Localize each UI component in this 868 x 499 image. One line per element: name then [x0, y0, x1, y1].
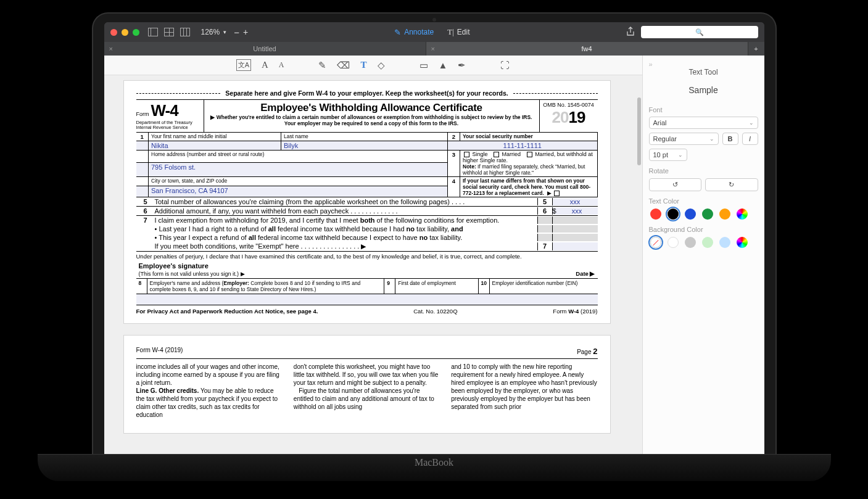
signature-tool-icon[interactable]: ✒ — [458, 60, 466, 71]
align-tool-icon[interactable]: ⛶ — [500, 60, 510, 70]
titlebar: 126% ▾ − + ✎ Annotate T| Edit — [104, 22, 764, 42]
first-name-field[interactable]: Nikita — [149, 141, 281, 150]
window-controls — [110, 29, 139, 36]
form-year: 2019 — [542, 108, 595, 127]
perjury-text: Under penalties of perjury, I declare th… — [136, 252, 598, 261]
married-high-checkbox[interactable] — [527, 152, 532, 157]
font-size-dropdown[interactable]: 10 pt⌄ — [649, 149, 687, 161]
separator-text: Separate here and give Form W-4 to your … — [225, 89, 508, 97]
text-color-blue[interactable] — [685, 208, 696, 220]
panel-title: Text Tool — [649, 68, 758, 76]
app-window: 126% ▾ − + ✎ Annotate T| Edit — [104, 22, 764, 454]
zoom-value: 126% — [201, 28, 220, 36]
close-tab-icon[interactable]: × — [431, 45, 435, 52]
text-color-swatches — [649, 208, 758, 220]
ssn-field[interactable]: 111-11-1111 — [448, 141, 598, 150]
sample-preview: Sample — [649, 85, 758, 95]
text-color-black[interactable] — [668, 208, 679, 220]
line7-value[interactable] — [552, 242, 598, 250]
bg-color-white[interactable] — [668, 237, 679, 248]
bold-button[interactable]: B — [722, 133, 738, 145]
ocr-tool-icon[interactable]: 文A — [236, 59, 251, 71]
font-bigger-icon[interactable]: A — [262, 60, 268, 70]
layout-sidebar-icon[interactable] — [148, 28, 158, 36]
tab-bar: × Untitled × fw4 + — [104, 42, 764, 56]
inspector-panel: » Text Tool Sample Font Arial⌄ Regular⌄ … — [642, 56, 764, 454]
annotate-mode-button[interactable]: ✎ Annotate — [394, 27, 434, 37]
married-checkbox[interactable] — [494, 152, 499, 157]
edit-mode-button[interactable]: T| Edit — [447, 27, 469, 37]
font-smaller-icon[interactable]: A — [279, 60, 284, 70]
bg-color-none[interactable] — [650, 237, 661, 248]
zoom-out-button[interactable]: − — [234, 27, 239, 38]
minimize-window-button[interactable] — [122, 29, 128, 36]
camera-dot — [432, 18, 436, 22]
scrollbar[interactable] — [637, 97, 641, 165]
text-tool-icon[interactable]: T — [360, 60, 366, 70]
single-checkbox[interactable] — [464, 152, 469, 157]
close-tab-icon[interactable]: × — [109, 45, 113, 52]
pdf-page-2: Form W-4 (2019) Page 2 income includes a… — [123, 335, 611, 434]
line6-value[interactable]: $xxx — [552, 207, 598, 215]
form-title: Employee's Withholding Allowance Certifi… — [208, 102, 535, 114]
macbook-label: MacBook — [415, 457, 453, 468]
tab-fw4[interactable]: × fw4 — [426, 42, 748, 56]
text-color-orange[interactable] — [719, 208, 730, 220]
bg-color-gray[interactable] — [685, 237, 696, 248]
add-tab-button[interactable]: + — [748, 42, 764, 56]
text-color-green[interactable] — [702, 208, 713, 220]
text-cursor-icon: T| — [447, 27, 454, 37]
search-icon: 🔍 — [695, 28, 704, 36]
stamp-tool-icon[interactable]: ▲ — [439, 60, 448, 70]
rotate-ccw-button[interactable]: ↺ — [649, 178, 702, 191]
form-code: W-4 — [151, 101, 178, 120]
shape-tool-icon[interactable]: ◇ — [378, 60, 385, 71]
document-viewport[interactable]: Separate here and give Form W-4 to your … — [104, 75, 642, 454]
eraser-tool-icon[interactable]: ⌫ — [337, 60, 350, 71]
mode-switcher: ✎ Annotate T| Edit — [394, 27, 469, 37]
chevron-down-icon: ⌄ — [749, 120, 754, 126]
omb-number: OMB No. 1545-0074 — [542, 102, 595, 108]
zoom-control[interactable]: 126% ▾ − + — [201, 27, 249, 38]
close-window-button[interactable] — [110, 29, 117, 36]
layout-switcher — [148, 28, 190, 36]
line5-value[interactable]: xxx — [552, 198, 598, 205]
form-subtitle: ▶ Whether you're entitled to claim a cer… — [208, 114, 535, 126]
name-differs-checkbox[interactable] — [554, 191, 560, 196]
bg-color-blue[interactable] — [719, 237, 730, 248]
pencil-icon: ✎ — [394, 28, 401, 37]
tab-untitled[interactable]: × Untitled — [104, 42, 426, 56]
bg-color-picker[interactable] — [737, 237, 748, 248]
font-family-dropdown[interactable]: Arial⌄ — [649, 117, 758, 129]
share-button[interactable] — [626, 27, 635, 38]
pdf-page-1: Separate here and give Form W-4 to your … — [123, 80, 611, 324]
chevron-down-icon: ▾ — [223, 29, 226, 35]
city-field[interactable]: San Francisco, CA 94107 — [149, 186, 448, 197]
last-name-field[interactable]: Bilyk — [281, 141, 448, 150]
italic-button[interactable]: I — [742, 133, 758, 145]
zoom-in-button[interactable]: + — [243, 27, 248, 37]
collapse-panel-icon[interactable]: » — [649, 60, 653, 68]
note-tool-icon[interactable]: ▭ — [420, 60, 428, 71]
text-color-red[interactable] — [650, 208, 661, 220]
fullscreen-window-button[interactable] — [133, 29, 139, 36]
bg-color-green[interactable] — [702, 237, 713, 248]
text-color-picker[interactable] — [737, 208, 748, 220]
font-style-dropdown[interactable]: Regular⌄ — [649, 133, 719, 145]
laptop-base: MacBook — [38, 454, 831, 481]
rotate-cw-button[interactable]: ↻ — [705, 178, 758, 191]
employer-fields[interactable] — [136, 294, 598, 305]
bg-color-swatches — [649, 237, 758, 248]
annotate-toolbar: 文A A A ✎ ⌫ T ◇ ▭ ▲ ✒ ⛶ — [104, 56, 642, 75]
layout-grid-icon[interactable] — [164, 28, 174, 36]
layout-columns-icon[interactable] — [180, 28, 190, 36]
pencil-tool-icon[interactable]: ✎ — [318, 60, 326, 71]
search-input[interactable]: 🔍 — [641, 26, 758, 38]
address-field[interactable]: 795 Folsom st. — [149, 162, 448, 176]
